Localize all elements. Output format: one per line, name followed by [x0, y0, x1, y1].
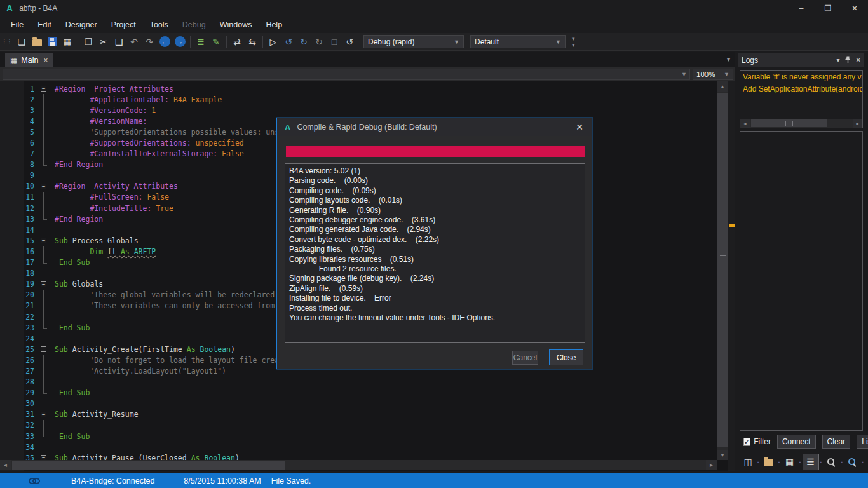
close-button[interactable]: Close — [549, 349, 583, 365]
menu-help[interactable]: Help — [259, 18, 289, 32]
minimize-button[interactable]: – — [788, 0, 815, 17]
fold-toggle-icon[interactable]: − — [39, 181, 51, 192]
chevron-down-icon: ▼ — [681, 71, 687, 78]
warning-marker[interactable] — [729, 224, 735, 227]
connect-button[interactable]: Connect — [777, 435, 816, 449]
format-code-button[interactable]: ≣ — [193, 34, 208, 50]
menu-project[interactable]: Project — [104, 18, 143, 32]
build-profile-dropdown[interactable]: Default ▼ — [470, 35, 566, 48]
fold-minus-icon: − — [41, 86, 46, 92]
scroll-right-icon[interactable]: ► — [706, 460, 717, 470]
list-devices-button[interactable]: List Devices — [857, 435, 868, 449]
scroll-left-icon[interactable]: ◄ — [740, 119, 750, 128]
menu-designer[interactable]: Designer — [58, 18, 104, 32]
toolbar-grip[interactable]: ⋮⋮ — [1, 38, 11, 45]
scroll-right-icon[interactable]: ► — [853, 119, 862, 128]
designer-sync-left-button[interactable]: ⇄ — [229, 34, 245, 50]
step-over-button[interactable]: ↻ — [296, 34, 311, 50]
libraries-pane-button[interactable]: ◫ — [740, 454, 756, 470]
compile-log-box[interactable]: B4A version: 5.02 (1)Parsing code. (0.00… — [285, 163, 585, 343]
warnings-horizontal-scrollbar[interactable]: ◄ ► — [740, 119, 862, 128]
code-line-32[interactable]: 32 — [0, 420, 717, 431]
line-number: 22 — [0, 313, 39, 322]
designer-sync-right-button[interactable]: ⇆ — [245, 34, 260, 50]
panel-menu-chevron-icon[interactable]: ▾ — [837, 57, 840, 64]
stop-button[interactable]: □ — [327, 34, 342, 50]
comment-code-button[interactable]: ✎ — [208, 34, 224, 50]
code-line-28[interactable]: 28 — [0, 377, 717, 388]
step-out-button[interactable]: ↻ — [311, 34, 327, 50]
editor-vertical-scrollbar[interactable]: ▲ ▼ — [717, 81, 728, 460]
code-line-3[interactable]: 3 #VersionCode: 1 — [0, 105, 717, 116]
files-pane-button[interactable] — [761, 454, 777, 470]
toolbar-overflow-icon[interactable]: ▾▾ — [572, 36, 575, 48]
scrollbar-thumb[interactable] — [12, 461, 285, 470]
menu-tools[interactable]: Tools — [143, 18, 175, 32]
clear-button[interactable]: Clear — [822, 435, 851, 449]
fold-toggle-icon[interactable]: − — [39, 344, 51, 355]
logs-output-area[interactable] — [740, 131, 863, 431]
filter-checkbox[interactable]: ✓ — [743, 438, 750, 446]
tab-main[interactable]: ▦ Main × — [5, 53, 53, 67]
run-button[interactable]: ▷ — [266, 34, 281, 50]
panel-drag-texture — [763, 59, 828, 63]
step-into-button[interactable]: ↺ — [281, 34, 296, 50]
fold-toggle-icon[interactable]: − — [39, 83, 51, 94]
tab-close-icon[interactable]: × — [43, 56, 48, 65]
code-line-31[interactable]: 31−Sub Activity_Resume — [0, 409, 717, 420]
search-results-pane-button[interactable] — [844, 454, 860, 470]
restore-button[interactable]: ❐ — [815, 0, 841, 17]
restart-button[interactable]: ↺ — [342, 34, 357, 50]
copy-button[interactable]: ❐ — [81, 34, 96, 50]
dialog-close-icon[interactable]: ✕ — [574, 122, 585, 132]
fold-toggle-icon[interactable]: − — [39, 279, 51, 290]
pin-icon[interactable] — [844, 56, 851, 65]
line-number: 30 — [0, 399, 39, 408]
paste-button[interactable]: ❑ — [111, 34, 126, 50]
compile-log-line: You can change the timeout value under T… — [289, 313, 581, 323]
find-pane-button[interactable] — [823, 454, 839, 470]
cancel-button[interactable]: Cancel — [512, 351, 538, 365]
fold-guide — [39, 105, 51, 116]
menu-file[interactable]: File — [4, 18, 31, 32]
fold-toggle-icon[interactable]: − — [39, 235, 51, 246]
build-config-dropdown[interactable]: Debug (rapid) ▼ — [363, 35, 464, 48]
new-file-button[interactable]: ❏ — [14, 34, 29, 50]
menu-debug[interactable]: Debug — [175, 18, 213, 32]
scroll-up-icon[interactable]: ▲ — [717, 81, 728, 92]
log-warning: Add SetApplicationAttribute(android:icon… — [740, 83, 862, 95]
menu-windows[interactable]: Windows — [213, 18, 259, 32]
modules-button[interactable]: ▦ — [60, 34, 75, 50]
code-line-30[interactable]: 30 — [0, 398, 717, 409]
code-line-2[interactable]: 2 #ApplicationLabel: B4A Example — [0, 94, 717, 105]
modules-pane-button[interactable]: ▦ — [782, 454, 798, 470]
fold-toggle-icon[interactable]: − — [39, 409, 51, 420]
file-status: File Saved. — [271, 477, 311, 485]
editor-horizontal-scrollbar[interactable]: ◄ ► — [0, 460, 717, 470]
save-button[interactable] — [44, 34, 60, 50]
logs-panel-header[interactable]: Logs ▾ ✕ — [738, 53, 864, 67]
undo-button[interactable]: ↶ — [126, 34, 142, 50]
code-line-1[interactable]: 1−#Region Project Attributes — [0, 83, 717, 94]
close-button[interactable]: ✕ — [841, 0, 868, 17]
menu-edit[interactable]: Edit — [31, 18, 58, 32]
scroll-left-icon[interactable]: ◄ — [0, 460, 11, 470]
scrollbar-thumb[interactable] — [717, 93, 728, 447]
redo-button[interactable]: ↷ — [142, 34, 157, 50]
cut-button[interactable]: ✂ — [96, 34, 111, 50]
tab-list-chevron-icon[interactable]: ▾ — [727, 56, 730, 63]
navigate-forward-button[interactable]: → — [172, 34, 187, 50]
designer-sync-left-icon: ⇄ — [233, 37, 241, 46]
member-selector-dropdown[interactable]: ▼ — [3, 69, 690, 80]
dialog-title-bar[interactable]: A Compile & Rapid Debug (Build: Default) — [277, 118, 592, 136]
navigate-back-button[interactable]: ← — [157, 34, 172, 50]
open-project-button[interactable] — [29, 34, 44, 50]
code-line-29[interactable]: 29 End Sub — [0, 388, 717, 398]
panel-close-icon[interactable]: ✕ — [856, 57, 861, 64]
code-line-33[interactable]: 33 End Sub — [0, 431, 717, 442]
scrollbar-thumb[interactable] — [751, 119, 827, 127]
code-line-34[interactable]: 34 — [0, 442, 717, 452]
editor-zoom-dropdown[interactable]: 100% ▼ — [693, 69, 733, 80]
logs-pane-button[interactable]: ☰ — [803, 454, 819, 470]
scroll-down-icon[interactable]: ▼ — [717, 450, 728, 460]
